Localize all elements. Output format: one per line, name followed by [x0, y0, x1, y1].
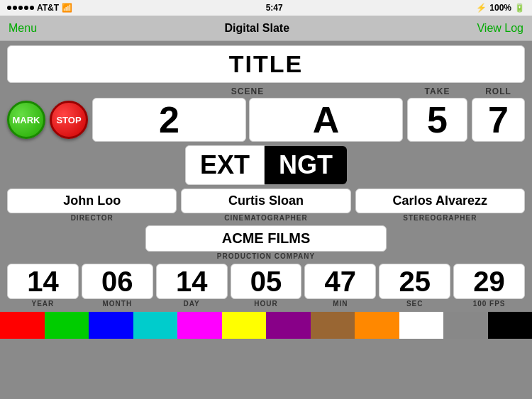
mark-button[interactable]: MARK: [7, 101, 45, 139]
tc-day-group: 14 DAY: [156, 264, 228, 308]
stereographer-group: Carlos Alvarezz STEREOGRAPHER: [355, 189, 525, 222]
tc-hour-group: 05 HOUR: [231, 264, 302, 308]
color-swatch-blue: [89, 312, 133, 339]
roll-value[interactable]: 7: [472, 98, 525, 142]
director-name[interactable]: John Loo: [7, 189, 177, 213]
tc-month-group: 06 MONTH: [82, 264, 153, 308]
dot4: [24, 6, 28, 10]
tc-month: 06: [82, 264, 153, 299]
tc-month-label: MONTH: [102, 300, 132, 308]
tc-hour: 05: [231, 264, 302, 299]
tc-day: 14: [156, 264, 228, 299]
nav-title: Digital Slate: [224, 22, 289, 35]
color-swatch-black: [488, 312, 533, 339]
scene-number[interactable]: 2: [92, 98, 246, 142]
color-swatch-cyan: [133, 312, 178, 339]
roll-label: ROLL: [485, 86, 511, 96]
color-swatch-yellow: [222, 312, 267, 339]
mark-stop-group: MARK STOP: [7, 101, 88, 142]
color-swatch-orange: [355, 312, 399, 339]
scene-letter[interactable]: A: [249, 98, 403, 142]
roll-group: ROLL 7: [472, 86, 525, 142]
battery-percent: 100%: [489, 3, 511, 13]
title-box[interactable]: TITLE: [7, 45, 525, 83]
tc-min-label: MIN: [333, 300, 348, 308]
production-company-label: PRODUCTION COMPANY: [217, 252, 315, 260]
crew-row: John Loo DIRECTOR Curtis Sloan CINEMATOG…: [7, 189, 525, 222]
stop-button[interactable]: STOP: [50, 101, 88, 139]
dot1: [7, 6, 11, 10]
color-swatch-brown: [311, 312, 355, 339]
ext-box[interactable]: EXT: [185, 145, 265, 185]
take-label: TAKE: [425, 86, 450, 96]
stereographer-label: STEREOGRAPHER: [403, 214, 477, 222]
take-group: TAKE 5: [407, 86, 467, 142]
ext-ngt-row: EXT NGT: [7, 145, 525, 185]
tc-day-label: DAY: [184, 300, 200, 308]
color-swatch-white: [399, 312, 444, 339]
color-swatch-green: [45, 312, 89, 339]
director-group: John Loo DIRECTOR: [7, 189, 177, 222]
stereographer-name[interactable]: Carlos Alvarezz: [355, 189, 525, 213]
color-bar: [0, 312, 532, 339]
tc-fps-group: 29 100 FPS: [453, 264, 525, 308]
color-swatch-purple: [266, 312, 311, 339]
scene-fields: 2 A: [92, 98, 403, 142]
dot2: [13, 6, 17, 10]
ngt-box[interactable]: NGT: [265, 146, 347, 184]
color-swatch-magenta: [177, 312, 222, 339]
tc-sec-label: SEC: [406, 300, 423, 308]
tc-fps-label: 100 FPS: [473, 300, 506, 308]
tc-fps: 29: [453, 264, 525, 299]
production-company-name[interactable]: ACME FILMS: [145, 225, 387, 252]
status-time: 5:47: [266, 3, 283, 13]
timecode-row: 14 YEAR 06 MONTH 14 DAY 05 HOUR 47 MIN 2…: [7, 264, 525, 308]
signal-dots: [7, 6, 34, 10]
director-label: DIRECTOR: [71, 214, 113, 222]
menu-button[interactable]: Menu: [9, 22, 37, 35]
tc-sec: 25: [379, 264, 450, 299]
cinematographer-name[interactable]: Curtis Sloan: [181, 189, 350, 213]
take-value[interactable]: 5: [407, 98, 467, 142]
tc-year-label: YEAR: [32, 300, 55, 308]
tc-year-group: 14 YEAR: [7, 264, 79, 308]
carrier-label: AT&T: [37, 3, 59, 13]
battery-icon: 🔋: [514, 3, 525, 13]
tc-sec-group: 25 SEC: [379, 264, 450, 308]
main-content: TITLE MARK STOP SCENE 2 A TAKE 5 ROLL 7 …: [0, 41, 532, 310]
tc-min-group: 47 MIN: [304, 264, 376, 308]
dot3: [18, 6, 23, 10]
tc-year: 14: [7, 264, 79, 299]
status-bar: AT&T 📶 5:47 ⚡ 100% 🔋: [0, 0, 532, 16]
scene-row: MARK STOP SCENE 2 A TAKE 5 ROLL 7: [7, 86, 525, 142]
color-swatch-gray: [443, 312, 488, 339]
scene-group: SCENE 2 A: [92, 86, 403, 142]
tc-hour-label: HOUR: [254, 300, 277, 308]
dot5: [30, 6, 34, 10]
wifi-icon: 📶: [62, 3, 72, 13]
status-left: AT&T 📶: [7, 3, 72, 13]
lightning-icon: ⚡: [476, 3, 487, 13]
status-right: ⚡ 100% 🔋: [476, 3, 525, 13]
nav-bar: Menu Digital Slate View Log: [0, 16, 532, 41]
view-log-button[interactable]: View Log: [477, 22, 523, 35]
production-row: ACME FILMS PRODUCTION COMPANY: [7, 225, 525, 260]
cinematographer-group: Curtis Sloan CINEMATOGRAPHER: [181, 189, 350, 222]
tc-min: 47: [304, 264, 376, 299]
cinematographer-label: CINEMATOGRAPHER: [224, 214, 307, 222]
scene-label: SCENE: [231, 86, 264, 96]
color-swatch-red: [0, 312, 45, 339]
